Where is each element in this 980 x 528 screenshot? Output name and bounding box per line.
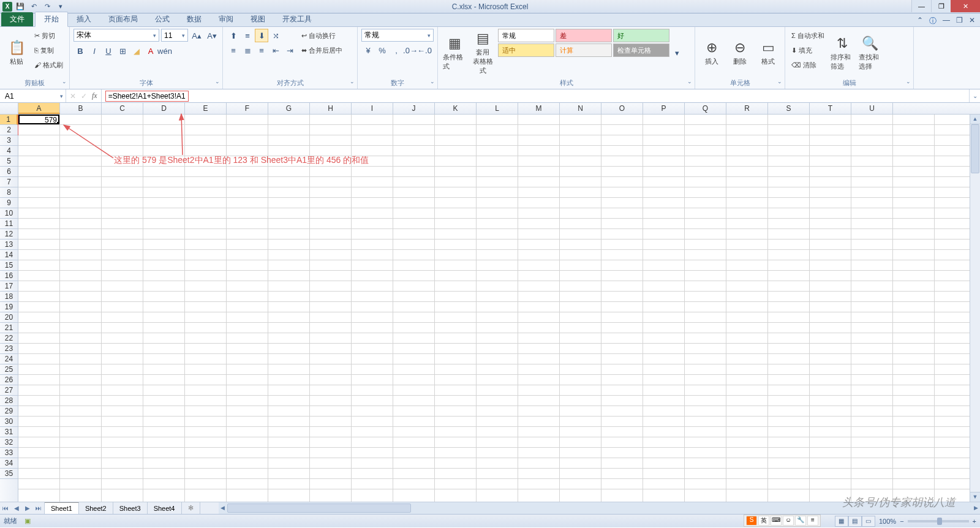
col-header-D[interactable]: D xyxy=(143,103,185,114)
sheet-next-icon[interactable]: ▶ xyxy=(22,502,33,514)
sheet-tab-2[interactable]: Sheet2 xyxy=(79,502,113,514)
cells-area[interactable]: 579 xyxy=(18,115,980,502)
align-right-icon[interactable]: ≡ xyxy=(255,43,268,57)
scroll-up-icon[interactable]: ▲ xyxy=(970,115,980,124)
col-header-M[interactable]: M xyxy=(518,103,560,114)
align-center-icon[interactable]: ≣ xyxy=(241,43,254,57)
col-header-P[interactable]: P xyxy=(643,103,685,114)
col-header-T[interactable]: T xyxy=(810,103,851,114)
macro-record-icon[interactable]: ▣ xyxy=(24,517,31,525)
enter-formula-icon[interactable]: ✓ xyxy=(81,92,87,100)
row-header-18[interactable]: 18 xyxy=(0,292,18,302)
col-header-E[interactable]: E xyxy=(185,103,227,114)
font-color-button[interactable]: A xyxy=(144,44,157,58)
format-cells-button[interactable]: ▭格式 xyxy=(755,29,781,77)
row-header-2[interactable]: 2 xyxy=(0,125,18,135)
align-middle-icon[interactable]: ≡ xyxy=(241,29,254,42)
ime-toolbar[interactable]: S 英 ⌨ ☺ 🔧 ≡ xyxy=(744,515,821,527)
app-icon[interactable]: X xyxy=(2,2,12,12)
row-header-14[interactable]: 14 xyxy=(0,250,18,260)
row-header-28[interactable]: 28 xyxy=(0,396,18,406)
sheet-prev-icon[interactable]: ◀ xyxy=(11,502,22,514)
cut-button[interactable]: ✂剪切 xyxy=(32,29,66,42)
conditional-format-button[interactable]: ▦条件格式 xyxy=(442,29,467,77)
style-check[interactable]: 检查单元格 xyxy=(613,43,669,57)
col-header-K[interactable]: K xyxy=(435,103,477,114)
col-header-J[interactable]: J xyxy=(393,103,435,114)
minimize-button[interactable]: — xyxy=(911,0,931,12)
row-header-25[interactable]: 25 xyxy=(0,364,18,375)
ime-logo-icon[interactable]: S xyxy=(746,516,757,526)
row-header-19[interactable]: 19 xyxy=(0,302,18,312)
sheet-first-icon[interactable]: ⏮ xyxy=(0,502,11,514)
number-format-combo[interactable]: 常规▾ xyxy=(361,29,434,42)
ime-keyboard-icon[interactable]: ⌨ xyxy=(771,516,782,526)
close-button[interactable]: ✕ xyxy=(951,0,980,12)
formula-input[interactable]: =Sheet2!A1+Sheet3!A1 xyxy=(102,89,969,102)
zoom-level[interactable]: 100% xyxy=(879,518,896,525)
cancel-formula-icon[interactable]: ✕ xyxy=(70,92,76,100)
find-select-button[interactable]: 🔍查找和选择 xyxy=(858,29,883,77)
sheet-tab-4[interactable]: Sheet4 xyxy=(148,502,182,514)
col-header-L[interactable]: L xyxy=(477,103,518,114)
tab-formulas[interactable]: 公式 xyxy=(146,12,178,26)
view-normal-icon[interactable]: ▦ xyxy=(835,516,848,527)
tab-pagelayout[interactable]: 页面布局 xyxy=(100,12,146,26)
row-header-17[interactable]: 17 xyxy=(0,281,18,292)
row-header-29[interactable]: 29 xyxy=(0,406,18,417)
col-header-B[interactable]: B xyxy=(60,103,102,114)
row-header-22[interactable]: 22 xyxy=(0,333,18,344)
currency-icon[interactable]: ¥ xyxy=(361,43,375,57)
maximize-button[interactable]: ❐ xyxy=(931,0,951,12)
h-scrollbar-thumb[interactable] xyxy=(227,503,411,513)
row-header-34[interactable]: 34 xyxy=(0,458,18,469)
bold-button[interactable]: B xyxy=(74,44,87,58)
row-header-9[interactable]: 9 xyxy=(0,198,18,208)
increase-decimal-icon[interactable]: .0→ xyxy=(404,43,417,57)
style-good[interactable]: 好 xyxy=(613,29,669,42)
view-pagelayout-icon[interactable]: ▤ xyxy=(848,516,862,527)
col-header-F[interactable]: F xyxy=(227,103,268,114)
row-header-5[interactable]: 5 xyxy=(0,156,18,167)
col-header-I[interactable]: I xyxy=(352,103,393,114)
scrollbar-thumb[interactable] xyxy=(971,124,979,173)
align-bottom-icon[interactable]: ⬇ xyxy=(255,29,268,42)
row-header-16[interactable]: 16 xyxy=(0,271,18,281)
style-bad[interactable]: 差 xyxy=(556,29,612,42)
row-header-11[interactable]: 11 xyxy=(0,219,18,229)
copy-button[interactable]: ⎘复制 xyxy=(32,43,66,57)
name-box[interactable]: A1▾ xyxy=(0,89,66,102)
ime-skin-icon[interactable]: ☺ xyxy=(783,516,794,526)
tab-view[interactable]: 视图 xyxy=(242,12,274,26)
fill-color-button[interactable]: ◢ xyxy=(130,44,143,58)
decrease-decimal-icon[interactable]: ←.0 xyxy=(418,43,431,57)
row-header-32[interactable]: 32 xyxy=(0,437,18,448)
zoom-out-icon[interactable]: − xyxy=(900,518,903,525)
row-header-8[interactable]: 8 xyxy=(0,187,18,198)
style-normal[interactable]: 常规 xyxy=(498,29,554,42)
row-header-26[interactable]: 26 xyxy=(0,375,18,385)
sort-filter-button[interactable]: ⇅排序和筛选 xyxy=(829,29,855,77)
row-header-31[interactable]: 31 xyxy=(0,427,18,437)
sheet-tab-1[interactable]: Sheet1 xyxy=(45,502,79,514)
delete-cells-button[interactable]: ⊖删除 xyxy=(727,29,753,77)
ime-tool-icon[interactable]: 🔧 xyxy=(795,516,806,526)
col-header-G[interactable]: G xyxy=(268,103,310,114)
merge-center-button[interactable]: ⬌合并后居中 xyxy=(299,43,345,57)
new-sheet-button[interactable]: ✻ xyxy=(182,502,200,514)
row-header-27[interactable]: 27 xyxy=(0,385,18,396)
row-header-33[interactable]: 33 xyxy=(0,448,18,458)
redo-icon[interactable]: ↷ xyxy=(42,1,53,12)
col-header-C[interactable]: C xyxy=(102,103,143,114)
fill-button[interactable]: ⬇填充 xyxy=(789,43,827,57)
doc-close-icon[interactable]: ✕ xyxy=(969,16,975,26)
minimize-ribbon-icon[interactable]: ⌃ xyxy=(917,16,923,26)
view-pagebreak-icon[interactable]: ▭ xyxy=(862,516,875,527)
row-header-1[interactable]: 1 xyxy=(0,115,18,125)
row-header-13[interactable]: 13 xyxy=(0,239,18,250)
indent-dec-icon[interactable]: ⇤ xyxy=(269,43,282,57)
phonetic-button[interactable]: wén xyxy=(158,44,172,58)
zoom-in-icon[interactable]: + xyxy=(973,518,976,525)
row-header-7[interactable]: 7 xyxy=(0,177,18,187)
tab-insert[interactable]: 插入 xyxy=(68,12,100,26)
